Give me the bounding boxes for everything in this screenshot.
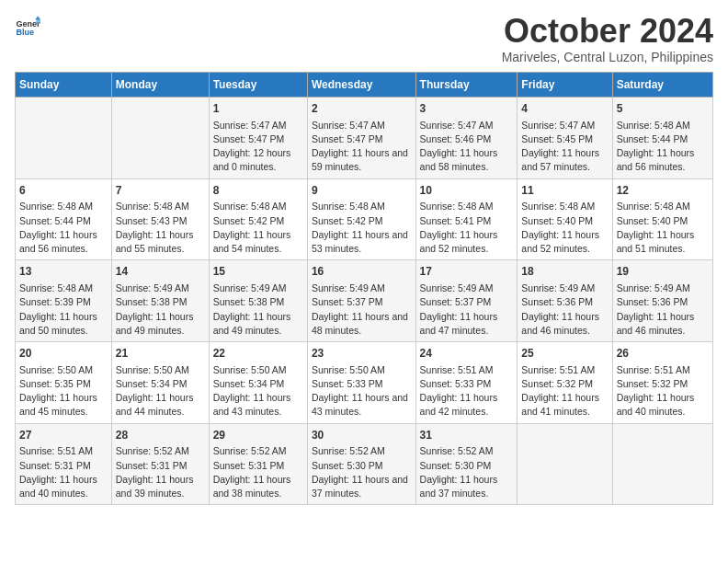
day-number: 8 bbox=[213, 183, 303, 199]
cell-content: Sunrise: 5:50 AMSunset: 5:34 PMDaylight:… bbox=[213, 363, 303, 419]
calendar-week-row: 13Sunrise: 5:48 AMSunset: 5:39 PMDayligh… bbox=[16, 260, 713, 342]
day-number: 11 bbox=[521, 183, 608, 199]
cell-content: Sunrise: 5:49 AMSunset: 5:38 PMDaylight:… bbox=[213, 282, 303, 338]
day-number: 21 bbox=[116, 346, 205, 362]
calendar-cell: 11Sunrise: 5:48 AMSunset: 5:40 PMDayligh… bbox=[518, 178, 612, 260]
calendar-cell: 29Sunrise: 5:52 AMSunset: 5:31 PMDayligh… bbox=[209, 423, 307, 505]
day-number: 28 bbox=[116, 428, 205, 443]
cell-content: Sunrise: 5:48 AMSunset: 5:41 PMDaylight:… bbox=[420, 200, 514, 256]
calendar-cell: 10Sunrise: 5:48 AMSunset: 5:41 PMDayligh… bbox=[415, 178, 518, 260]
weekday-header-thursday: Thursday bbox=[415, 73, 518, 98]
calendar-cell: 25Sunrise: 5:51 AMSunset: 5:32 PMDayligh… bbox=[518, 342, 612, 424]
logo: General Blue bbox=[15, 15, 40, 40]
day-number: 16 bbox=[312, 264, 412, 280]
calendar-cell bbox=[518, 423, 612, 505]
day-number: 12 bbox=[617, 183, 709, 199]
day-number: 4 bbox=[521, 101, 608, 117]
calendar-cell: 7Sunrise: 5:48 AMSunset: 5:43 PMDaylight… bbox=[111, 178, 209, 260]
day-number: 27 bbox=[19, 428, 108, 443]
day-number: 7 bbox=[116, 183, 205, 199]
cell-content: Sunrise: 5:48 AMSunset: 5:40 PMDaylight:… bbox=[521, 200, 608, 256]
weekday-header-monday: Monday bbox=[111, 73, 209, 98]
day-number: 9 bbox=[312, 183, 412, 199]
calendar-week-row: 27Sunrise: 5:51 AMSunset: 5:31 PMDayligh… bbox=[16, 423, 713, 505]
logo-icon: General Blue bbox=[15, 15, 40, 40]
cell-content: Sunrise: 5:49 AMSunset: 5:38 PMDaylight:… bbox=[116, 282, 205, 338]
cell-content: Sunrise: 5:52 AMSunset: 5:30 PMDaylight:… bbox=[420, 444, 514, 500]
cell-content: Sunrise: 5:51 AMSunset: 5:32 PMDaylight:… bbox=[521, 363, 608, 419]
cell-content: Sunrise: 5:49 AMSunset: 5:36 PMDaylight:… bbox=[617, 282, 709, 338]
weekday-header-wednesday: Wednesday bbox=[307, 73, 415, 98]
day-number: 10 bbox=[420, 183, 514, 199]
calendar-cell: 3Sunrise: 5:47 AMSunset: 5:46 PMDaylight… bbox=[415, 98, 518, 179]
calendar-cell: 16Sunrise: 5:49 AMSunset: 5:37 PMDayligh… bbox=[307, 260, 415, 342]
calendar-cell: 20Sunrise: 5:50 AMSunset: 5:35 PMDayligh… bbox=[16, 342, 112, 424]
calendar-cell bbox=[111, 98, 209, 179]
svg-text:Blue: Blue bbox=[16, 28, 34, 37]
month-title: October 2024 bbox=[502, 15, 713, 48]
cell-content: Sunrise: 5:48 AMSunset: 5:42 PMDaylight:… bbox=[213, 200, 303, 256]
calendar-cell: 21Sunrise: 5:50 AMSunset: 5:34 PMDayligh… bbox=[111, 342, 209, 424]
calendar-week-row: 6Sunrise: 5:48 AMSunset: 5:44 PMDaylight… bbox=[16, 178, 713, 260]
calendar-cell: 15Sunrise: 5:49 AMSunset: 5:38 PMDayligh… bbox=[209, 260, 307, 342]
cell-content: Sunrise: 5:48 AMSunset: 5:44 PMDaylight:… bbox=[617, 119, 709, 175]
calendar-cell: 2Sunrise: 5:47 AMSunset: 5:47 PMDaylight… bbox=[307, 98, 415, 179]
calendar-cell: 4Sunrise: 5:47 AMSunset: 5:45 PMDaylight… bbox=[518, 98, 612, 179]
day-number: 2 bbox=[312, 101, 412, 117]
day-number: 17 bbox=[420, 264, 514, 280]
cell-content: Sunrise: 5:52 AMSunset: 5:30 PMDaylight:… bbox=[312, 444, 412, 500]
cell-content: Sunrise: 5:50 AMSunset: 5:33 PMDaylight:… bbox=[312, 363, 412, 419]
calendar-cell: 27Sunrise: 5:51 AMSunset: 5:31 PMDayligh… bbox=[16, 423, 112, 505]
calendar-cell: 26Sunrise: 5:51 AMSunset: 5:32 PMDayligh… bbox=[612, 342, 712, 424]
calendar-cell: 6Sunrise: 5:48 AMSunset: 5:44 PMDaylight… bbox=[16, 178, 112, 260]
cell-content: Sunrise: 5:50 AMSunset: 5:34 PMDaylight:… bbox=[116, 363, 205, 419]
calendar-week-row: 1Sunrise: 5:47 AMSunset: 5:47 PMDaylight… bbox=[16, 98, 713, 179]
calendar-cell: 17Sunrise: 5:49 AMSunset: 5:37 PMDayligh… bbox=[415, 260, 518, 342]
calendar-cell: 8Sunrise: 5:48 AMSunset: 5:42 PMDaylight… bbox=[209, 178, 307, 260]
weekday-header-tuesday: Tuesday bbox=[209, 73, 307, 98]
day-number: 14 bbox=[116, 264, 205, 280]
day-number: 13 bbox=[19, 264, 108, 280]
cell-content: Sunrise: 5:50 AMSunset: 5:35 PMDaylight:… bbox=[19, 363, 108, 419]
weekday-header-friday: Friday bbox=[518, 73, 612, 98]
calendar-cell: 1Sunrise: 5:47 AMSunset: 5:47 PMDaylight… bbox=[209, 98, 307, 179]
cell-content: Sunrise: 5:51 AMSunset: 5:33 PMDaylight:… bbox=[420, 363, 514, 419]
cell-content: Sunrise: 5:47 AMSunset: 5:45 PMDaylight:… bbox=[521, 119, 608, 175]
day-number: 23 bbox=[312, 346, 412, 362]
location: Mariveles, Central Luzon, Philippines bbox=[502, 50, 713, 64]
calendar-cell: 23Sunrise: 5:50 AMSunset: 5:33 PMDayligh… bbox=[307, 342, 415, 424]
calendar-cell: 28Sunrise: 5:52 AMSunset: 5:31 PMDayligh… bbox=[111, 423, 209, 505]
day-number: 18 bbox=[521, 264, 608, 280]
calendar-week-row: 20Sunrise: 5:50 AMSunset: 5:35 PMDayligh… bbox=[16, 342, 713, 424]
day-number: 25 bbox=[521, 346, 608, 362]
day-number: 15 bbox=[213, 264, 303, 280]
cell-content: Sunrise: 5:48 AMSunset: 5:42 PMDaylight:… bbox=[312, 200, 412, 256]
day-number: 1 bbox=[213, 101, 303, 117]
calendar-cell bbox=[16, 98, 112, 179]
cell-content: Sunrise: 5:48 AMSunset: 5:43 PMDaylight:… bbox=[116, 200, 205, 256]
day-number: 6 bbox=[19, 183, 108, 199]
cell-content: Sunrise: 5:52 AMSunset: 5:31 PMDaylight:… bbox=[116, 444, 205, 500]
cell-content: Sunrise: 5:48 AMSunset: 5:39 PMDaylight:… bbox=[19, 282, 108, 338]
cell-content: Sunrise: 5:49 AMSunset: 5:37 PMDaylight:… bbox=[312, 282, 412, 338]
page-header: General Blue October 2024 Mariveles, Cen… bbox=[15, 15, 713, 64]
calendar-cell: 5Sunrise: 5:48 AMSunset: 5:44 PMDaylight… bbox=[612, 98, 712, 179]
calendar-cell: 18Sunrise: 5:49 AMSunset: 5:36 PMDayligh… bbox=[518, 260, 612, 342]
calendar-cell: 13Sunrise: 5:48 AMSunset: 5:39 PMDayligh… bbox=[16, 260, 112, 342]
day-number: 29 bbox=[213, 428, 303, 443]
cell-content: Sunrise: 5:49 AMSunset: 5:36 PMDaylight:… bbox=[521, 282, 608, 338]
calendar-cell: 14Sunrise: 5:49 AMSunset: 5:38 PMDayligh… bbox=[111, 260, 209, 342]
calendar-table: SundayMondayTuesdayWednesdayThursdayFrid… bbox=[15, 72, 713, 505]
calendar-cell: 24Sunrise: 5:51 AMSunset: 5:33 PMDayligh… bbox=[415, 342, 518, 424]
calendar-cell: 12Sunrise: 5:48 AMSunset: 5:40 PMDayligh… bbox=[612, 178, 712, 260]
weekday-header-sunday: Sunday bbox=[16, 73, 112, 98]
calendar-cell: 19Sunrise: 5:49 AMSunset: 5:36 PMDayligh… bbox=[612, 260, 712, 342]
day-number: 19 bbox=[617, 264, 709, 280]
calendar-cell bbox=[612, 423, 712, 505]
calendar-cell: 30Sunrise: 5:52 AMSunset: 5:30 PMDayligh… bbox=[307, 423, 415, 505]
cell-content: Sunrise: 5:47 AMSunset: 5:47 PMDaylight:… bbox=[213, 119, 303, 175]
cell-content: Sunrise: 5:49 AMSunset: 5:37 PMDaylight:… bbox=[420, 282, 514, 338]
day-number: 30 bbox=[312, 428, 412, 443]
cell-content: Sunrise: 5:48 AMSunset: 5:44 PMDaylight:… bbox=[19, 200, 108, 256]
weekday-header-saturday: Saturday bbox=[612, 73, 712, 98]
